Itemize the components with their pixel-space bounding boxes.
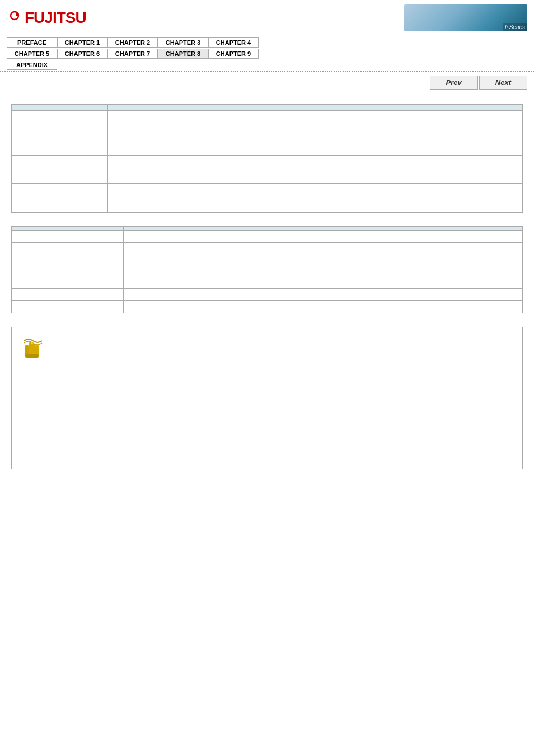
- table2-r3c1: [12, 255, 124, 267]
- nav-row-1: PREFACE CHAPTER 1 CHAPTER 2 CHAPTER 3 CH…: [7, 37, 527, 48]
- prev-button[interactable]: Prev: [430, 76, 478, 90]
- table1-r1c2: [108, 111, 315, 156]
- nav-tab-chapter8[interactable]: CHAPTER 8: [158, 49, 208, 59]
- svg-point-7: [25, 345, 29, 348]
- table1-r4c1: [12, 200, 108, 213]
- table2-r1c1: [12, 231, 124, 243]
- table-row: [12, 289, 523, 301]
- table2-r2c2: [124, 243, 523, 255]
- table2: [11, 226, 523, 313]
- nav-tab-chapter9[interactable]: CHAPTER 9: [208, 49, 259, 59]
- note-icon: [21, 335, 513, 367]
- main-content: [0, 93, 534, 492]
- nav-tab-chapter3[interactable]: CHAPTER 3: [158, 37, 208, 48]
- prev-next-bar: Prev Next: [0, 72, 534, 93]
- nav-tab-chapter5[interactable]: CHAPTER 5: [7, 49, 57, 59]
- nav-row-2: CHAPTER 5 CHAPTER 6 CHAPTER 7 CHAPTER 8 …: [7, 49, 527, 59]
- nav-tab-preface[interactable]: PREFACE: [7, 37, 57, 48]
- table1-r3c3: [315, 184, 523, 200]
- table2-r6c2: [124, 301, 523, 313]
- svg-rect-6: [25, 354, 39, 358]
- table1-r1c1: [12, 111, 108, 156]
- table-row: [12, 267, 523, 289]
- next-button[interactable]: Next: [479, 76, 527, 90]
- table2-r6c1: [12, 301, 124, 313]
- table1-r3c2: [108, 184, 315, 200]
- table1-container: [11, 104, 523, 213]
- table1-r2c1: [12, 156, 108, 184]
- table2-r4c2: [124, 267, 523, 289]
- table-row: [12, 200, 523, 213]
- fujitsu-logo-text: FUJITSU: [25, 9, 86, 27]
- fujitsu-logo: FUJITSU: [7, 9, 86, 27]
- table2-container: [11, 226, 523, 313]
- table-row: [12, 255, 523, 267]
- table2-r4c1: [12, 267, 124, 289]
- nav-tab-appendix[interactable]: APPENDIX: [7, 60, 57, 70]
- table1-header-col1: [12, 105, 108, 111]
- table2-header-col1: [12, 227, 124, 231]
- nav-tab-chapter1[interactable]: CHAPTER 1: [57, 37, 107, 48]
- header-banner: fi Series: [404, 4, 527, 31]
- table-row: [12, 243, 523, 255]
- table2-r2c1: [12, 243, 124, 255]
- nav-line-1: [261, 43, 527, 43]
- note-svg-icon: [21, 335, 48, 362]
- table1-r4c2: [108, 200, 315, 213]
- table2-header-col2: [124, 227, 523, 231]
- table-row: [12, 301, 523, 313]
- table1-r1c3: [315, 111, 523, 156]
- table2-r3c2: [124, 255, 523, 267]
- fujitsu-logo-icon: [7, 10, 22, 26]
- nav-tab-chapter6[interactable]: CHAPTER 6: [57, 49, 107, 59]
- nav-tab-chapter7[interactable]: CHAPTER 7: [107, 49, 158, 59]
- fi-series-label: fi Series: [503, 23, 527, 31]
- table2-r5c1: [12, 289, 124, 301]
- table2-r5c2: [124, 289, 523, 301]
- nav-tab-chapter2[interactable]: CHAPTER 2: [107, 37, 158, 48]
- header: FUJITSU fi Series: [0, 0, 534, 34]
- table-row: [12, 156, 523, 184]
- nav-row-3: APPENDIX: [7, 60, 527, 70]
- table-row: [12, 111, 523, 156]
- table-row: [12, 184, 523, 200]
- nav-tab-chapter4[interactable]: CHAPTER 4: [208, 37, 259, 48]
- svg-point-1: [16, 13, 19, 16]
- table-row: [12, 231, 523, 243]
- table1: [11, 104, 523, 213]
- note-content: [21, 372, 513, 461]
- navigation: PREFACE CHAPTER 1 CHAPTER 2 CHAPTER 3 CH…: [0, 34, 534, 72]
- table2-r1c2: [124, 231, 523, 243]
- table1-header-col2: [108, 105, 315, 111]
- note-box: [11, 327, 523, 469]
- svg-point-10: [35, 345, 39, 348]
- nav-line-2: [261, 54, 306, 54]
- svg-point-8: [29, 342, 32, 346]
- table1-r2c3: [315, 156, 523, 184]
- table1-r2c2: [108, 156, 315, 184]
- table1-r4c3: [315, 200, 523, 213]
- table1-header-col3: [315, 105, 523, 111]
- table1-r3c1: [12, 184, 108, 200]
